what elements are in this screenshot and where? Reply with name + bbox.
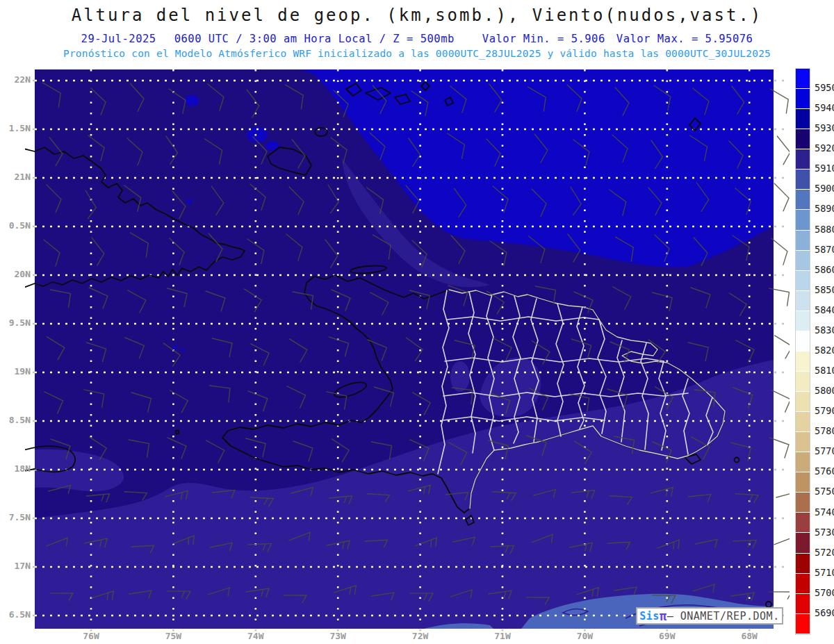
colorbar-tick-label: 5830 xyxy=(815,324,834,336)
lat-tick-label: 18N xyxy=(0,463,31,474)
colorbar-segment xyxy=(796,554,810,574)
colorbar-segment xyxy=(796,271,810,291)
wind-barb-icon xyxy=(773,136,790,165)
colorbar-tick-label: 5790 xyxy=(815,405,834,416)
valor-max-label: Valor Max. = 5.95076 xyxy=(616,33,753,45)
colorbar-segment xyxy=(796,412,810,432)
pi-icon: π xyxy=(660,609,667,623)
colorbar-segment xyxy=(796,331,810,352)
lat-tick-label: 21N xyxy=(0,172,31,182)
colorbar-tick-label: 5850 xyxy=(815,284,834,295)
colorbar-tick-label: 5720 xyxy=(815,547,834,558)
lat-tick-label: 22N xyxy=(0,74,31,85)
wind-barb-icon xyxy=(774,536,790,548)
lon-tick-label: 73W xyxy=(317,631,359,641)
colorbar-tick-label: 5780 xyxy=(815,425,834,436)
colorbar-tick-label: 5950 xyxy=(815,82,834,93)
colorbar-segment xyxy=(796,533,810,553)
colorbar-segment xyxy=(796,472,810,493)
colorbar-tick-label: 5940 xyxy=(815,102,834,113)
lon-tick-label: 68W xyxy=(728,631,770,641)
colorbar-segment xyxy=(796,251,810,271)
colorbar-segment xyxy=(796,513,810,533)
wind-barb-icon xyxy=(776,492,790,502)
sispi-onamet-badge: Sisπ – ONAMET/REP.DOM. xyxy=(636,607,783,625)
bright-blob-1 xyxy=(185,95,199,106)
wind-barb-icon xyxy=(771,238,788,265)
colorbar-segment xyxy=(796,69,810,89)
colorbar-segment xyxy=(796,170,810,190)
colorbar-tick-label: 5910 xyxy=(815,163,834,174)
lat-tick-label: 0.5N xyxy=(0,220,31,231)
lat-tick-label: 17N xyxy=(0,561,31,571)
subtitle-date: 29-Jul-2025 xyxy=(81,33,156,45)
sispi-logo-text: Sis xyxy=(639,610,660,622)
colorbar-segment xyxy=(796,352,810,372)
colorbar-segment xyxy=(796,109,810,129)
lon-tick-label: 75W xyxy=(152,631,194,641)
colorbar-tick-label: 5930 xyxy=(815,122,834,133)
subtitle-run: 0600 UTC / 3:00 am Hora Local / Z = 500m… xyxy=(174,33,455,45)
colorbar-segment xyxy=(796,210,810,230)
colorbar-tick-label: 5770 xyxy=(815,445,834,456)
colorbar-tick-label: 5900 xyxy=(815,183,834,194)
lon-tick-label: 74W xyxy=(235,631,277,641)
chart-subtitle: 29-Jul-20250600 UTC / 3:00 am Hora Local… xyxy=(0,33,834,45)
colorbar-segment xyxy=(796,149,810,170)
colorbar-segment xyxy=(796,452,810,472)
colorbar-tick-label: 5920 xyxy=(815,142,834,154)
model-info-line: Pronóstico con el Modelo Atmósferico WRF… xyxy=(0,48,834,59)
colorbar-tick-label: 5760 xyxy=(815,465,834,477)
colorbar-segment xyxy=(796,432,810,452)
colorbar-tick-label: 5730 xyxy=(815,527,834,538)
lat-tick-label: 9.5N xyxy=(0,317,31,328)
colorbar-segment xyxy=(796,231,810,251)
colorbar-tick-label: 5840 xyxy=(815,304,834,315)
colorbar-tick-label: 5800 xyxy=(815,385,834,396)
lat-tick-label: 8.5N xyxy=(0,415,31,425)
colorbar-segment xyxy=(796,311,810,331)
band-patch-central-dr-2 xyxy=(450,361,470,392)
lat-tick-label: 20N xyxy=(0,269,31,279)
lon-tick-label: 70W xyxy=(564,631,605,641)
colorbar-segment xyxy=(796,392,810,412)
onamet-credit: – ONAMET/REP.DOM. xyxy=(667,610,780,622)
lat-tick-label: 1.5N xyxy=(0,123,31,133)
colorbar-segment xyxy=(796,190,810,210)
wind-barb-icon xyxy=(773,183,790,211)
colorbar-tick-label: 5690 xyxy=(815,607,834,618)
colorbar-segment xyxy=(796,574,810,594)
colorbar-tick-label: 5740 xyxy=(815,506,834,518)
colorbar-tick-label: 5810 xyxy=(815,365,834,376)
chart-title: Altura del nivel de geop. (km,somb.), Vi… xyxy=(0,6,834,25)
colorbar-tick-label: 5700 xyxy=(815,587,834,598)
lat-tick-label: 7.5N xyxy=(0,512,31,522)
lat-tick-label: 6.5N xyxy=(0,609,31,620)
colorbar-segment xyxy=(796,493,810,513)
valor-min-label: Valor Min. = 5.906 xyxy=(482,33,605,45)
lat-tick-label: 19N xyxy=(0,366,31,377)
colorbar-tick-label: 5820 xyxy=(815,345,834,356)
colorbar xyxy=(795,68,810,635)
lon-tick-label: 76W xyxy=(70,631,112,641)
colorbar-tick-label: 5750 xyxy=(815,486,834,497)
colorbar-tick-label: 5860 xyxy=(815,264,834,275)
colorbar-tick-label: 5710 xyxy=(815,567,834,578)
weather-chart-page: Altura del nivel de geop. (km,somb.), Vi… xyxy=(0,0,834,644)
geopotential-map xyxy=(25,69,790,638)
lon-tick-label: 72W xyxy=(400,631,441,641)
colorbar-segment xyxy=(796,614,810,634)
colorbar-tick-label: 5890 xyxy=(815,203,834,214)
colorbar-segment xyxy=(796,372,810,392)
lon-tick-label: 71W xyxy=(482,631,523,641)
colorbar-tick-label: 5870 xyxy=(815,244,834,255)
lon-tick-label: 69W xyxy=(646,631,688,641)
colorbar-segment xyxy=(796,291,810,311)
colorbar-segment xyxy=(796,89,810,109)
colorbar-tick-label: 5880 xyxy=(815,224,834,235)
colorbar-segment xyxy=(796,594,810,614)
colorbar-segment xyxy=(796,129,810,149)
